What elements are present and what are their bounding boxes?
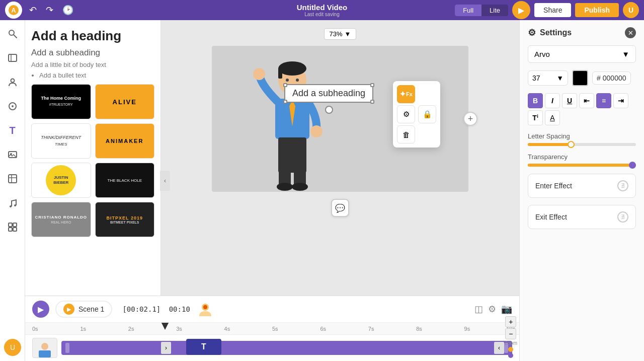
superscript-button[interactable]: Tⁱ bbox=[528, 110, 543, 125]
transparency-slider[interactable] bbox=[528, 164, 636, 167]
zoom-out-button[interactable]: − bbox=[505, 328, 516, 339]
context-menu-settings-button[interactable]: ⚙ bbox=[397, 105, 415, 123]
resize-handle-tr[interactable] bbox=[370, 83, 374, 87]
speech-bubble-button[interactable]: 💬 bbox=[331, 199, 349, 217]
topbar: A ↶ ↷ 🕑 Untitled Video Last edit saving … bbox=[0, 0, 644, 20]
lite-view-btn[interactable]: Lite bbox=[481, 5, 508, 16]
underline-button[interactable]: U bbox=[562, 93, 577, 108]
panel-bullet[interactable]: Add a bullet text bbox=[39, 71, 154, 79]
sidebar-item-scenes[interactable] bbox=[4, 49, 21, 66]
letter-spacing-slider[interactable] bbox=[528, 143, 636, 146]
transparency-row: Transparency bbox=[528, 153, 636, 167]
timeline-icon-camera[interactable]: 📷 bbox=[501, 304, 512, 315]
publish-button[interactable]: Publish bbox=[575, 3, 619, 17]
share-button[interactable]: Share bbox=[534, 3, 571, 17]
zoom-dot[interactable] bbox=[508, 347, 513, 352]
zoom-in-button[interactable]: + bbox=[505, 316, 516, 327]
color-swatch[interactable] bbox=[572, 70, 588, 86]
sidebar-item-music[interactable] bbox=[4, 194, 21, 211]
canvas-add-button[interactable]: + bbox=[463, 112, 477, 126]
sidebar-item-bg[interactable] bbox=[4, 170, 21, 187]
template-item-6[interactable]: THE BLACK HOLE bbox=[95, 163, 155, 198]
undo-button[interactable]: ↶ bbox=[27, 3, 39, 18]
template-grid: The Home Coming#TRUESTORY ALIVE THINK/DI… bbox=[31, 84, 154, 237]
transparency-thumb[interactable] bbox=[629, 162, 636, 169]
history-button[interactable]: 🕑 bbox=[60, 3, 75, 18]
sidebar-item-characters[interactable] bbox=[4, 74, 21, 91]
selected-text-element[interactable]: Add a subheading bbox=[284, 84, 373, 103]
sidebar-item-text[interactable]: T bbox=[4, 122, 21, 139]
template-item-1[interactable]: The Home Coming#TRUESTORY bbox=[31, 84, 91, 119]
full-view-btn[interactable]: Full bbox=[455, 5, 481, 16]
app-logo[interactable]: A bbox=[5, 2, 22, 19]
sidebar-item-more[interactable] bbox=[4, 219, 21, 236]
track-bar-handle-left[interactable] bbox=[65, 343, 69, 353]
zoom-display[interactable]: 73% ▼ bbox=[324, 28, 357, 40]
panel-subheading[interactable]: Add a subheading bbox=[31, 48, 154, 58]
global-play-button[interactable]: ▶ bbox=[32, 301, 49, 318]
video-title[interactable]: Untitled Video bbox=[297, 3, 348, 12]
collapse-panel-button[interactable]: ‹ bbox=[160, 171, 170, 191]
context-menu-fx-button[interactable]: ✦ Fx bbox=[397, 85, 415, 103]
template-item-7[interactable]: CRISTIANO RONALDO REAL HERO bbox=[31, 202, 91, 237]
bold-button[interactable]: B bbox=[528, 93, 543, 108]
timeline-icons: ◫ ⚙ 📷 bbox=[474, 304, 512, 315]
template-item-4[interactable]: ANIMAKER bbox=[95, 123, 155, 159]
redo-button[interactable]: ↷ bbox=[44, 3, 55, 18]
resize-handle-tl[interactable] bbox=[283, 83, 287, 87]
svg-point-21 bbox=[286, 79, 289, 82]
timeline-ruler: 0s 1s 2s 3s 4s 5s 6s 7s 8s 9s 10s bbox=[25, 323, 519, 335]
context-menu-lock-button[interactable]: 🔒 bbox=[418, 105, 436, 123]
context-menu-delete-button[interactable]: 🗑 bbox=[397, 125, 415, 143]
svg-point-35 bbox=[203, 305, 207, 309]
exit-effect-button[interactable]: Exit Effect ∄ bbox=[528, 205, 636, 229]
resize-handle-br[interactable] bbox=[370, 100, 374, 104]
sidebar-item-media[interactable] bbox=[4, 146, 21, 163]
enter-effect-button[interactable]: Enter Effect ∄ bbox=[528, 174, 636, 198]
svg-rect-20 bbox=[278, 68, 282, 79]
template-item-3[interactable]: THINK/DIFFERENTTIMES bbox=[31, 123, 91, 159]
color-hex-input[interactable]: # 000000 bbox=[592, 71, 631, 85]
rotate-handle[interactable] bbox=[325, 106, 333, 114]
resize-handle-bl[interactable] bbox=[283, 100, 287, 104]
ruler-tick-7s: 7s bbox=[368, 326, 374, 332]
template-item-8[interactable]: BITPXEL 2019 BITMEET PIXELS bbox=[95, 202, 155, 237]
font-size-select[interactable]: 37 ▼ bbox=[528, 70, 568, 86]
settings-panel: ⚙ Settings ✕ Arvo ▼ 37 ▼ # 000000 B I bbox=[519, 20, 644, 361]
timeline-collapse-button[interactable]: › bbox=[161, 342, 171, 354]
timeline-icon-settings[interactable]: ⚙ bbox=[488, 304, 496, 315]
svg-point-6 bbox=[11, 79, 14, 83]
topbar-center: Untitled Video Last edit saving bbox=[297, 3, 348, 17]
panel-body[interactable]: Add a little bit of body text bbox=[31, 61, 154, 68]
svg-rect-38 bbox=[39, 350, 51, 357]
playhead[interactable] bbox=[162, 323, 169, 330]
preview-play-button[interactable]: ▶ bbox=[512, 1, 530, 19]
timeline-icon-grid[interactable]: ◫ bbox=[474, 304, 483, 315]
template-item-5[interactable]: JUSTINBIEBER bbox=[31, 163, 91, 198]
ruler-tick-3s: 3s bbox=[176, 326, 182, 332]
view-toggle: Full Lite bbox=[455, 5, 508, 16]
italic-button[interactable]: I bbox=[545, 93, 560, 108]
scene-bar: ▶ ▶ Scene 1 [00:02.1] 00:10 ◫ ⚙ 📷 bbox=[25, 296, 519, 323]
user-avatar[interactable]: U bbox=[623, 2, 639, 18]
svg-point-31 bbox=[277, 183, 293, 191]
settings-close-button[interactable]: ✕ bbox=[625, 27, 636, 38]
letter-spacing-thumb[interactable] bbox=[568, 141, 575, 148]
align-left-button[interactable]: ⇤ bbox=[579, 93, 594, 108]
sidebar-item-search[interactable] bbox=[4, 25, 21, 42]
scene-play-button[interactable]: ▶ Scene 1 bbox=[55, 301, 112, 318]
align-right-button[interactable]: ⇥ bbox=[613, 93, 628, 108]
sidebar-item-props[interactable] bbox=[4, 98, 21, 115]
font-dropdown[interactable]: Arvo ▼ bbox=[528, 45, 636, 63]
exit-effect-label: Exit Effect bbox=[535, 213, 567, 221]
icon-sidebar: T bbox=[0, 20, 25, 361]
ruler-tick-4s: 4s bbox=[224, 326, 230, 332]
align-center-button[interactable]: ≡ bbox=[596, 93, 611, 108]
bottom-user-avatar[interactable]: U bbox=[4, 339, 21, 356]
panel-heading[interactable]: Add a heading bbox=[31, 28, 154, 44]
template-item-2[interactable]: ALIVE bbox=[95, 84, 155, 119]
underline-a-button[interactable]: A bbox=[545, 110, 560, 125]
text-track-marker[interactable]: T bbox=[186, 339, 221, 355]
timeline-expand-button[interactable]: ‹ bbox=[494, 342, 504, 354]
zoom-dot-purple[interactable] bbox=[508, 353, 513, 358]
